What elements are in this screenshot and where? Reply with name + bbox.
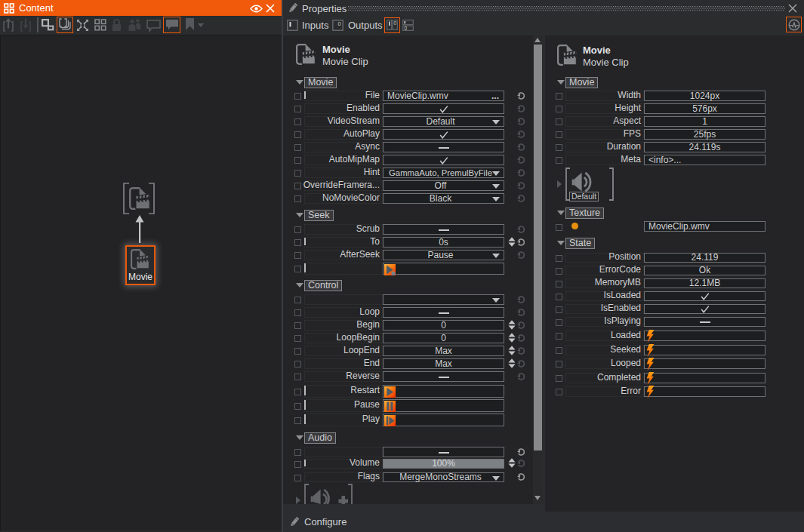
svg-text:0: 0: [393, 20, 396, 26]
svg-text:0: 0: [404, 26, 407, 31]
svg-text:0: 0: [337, 20, 340, 27]
